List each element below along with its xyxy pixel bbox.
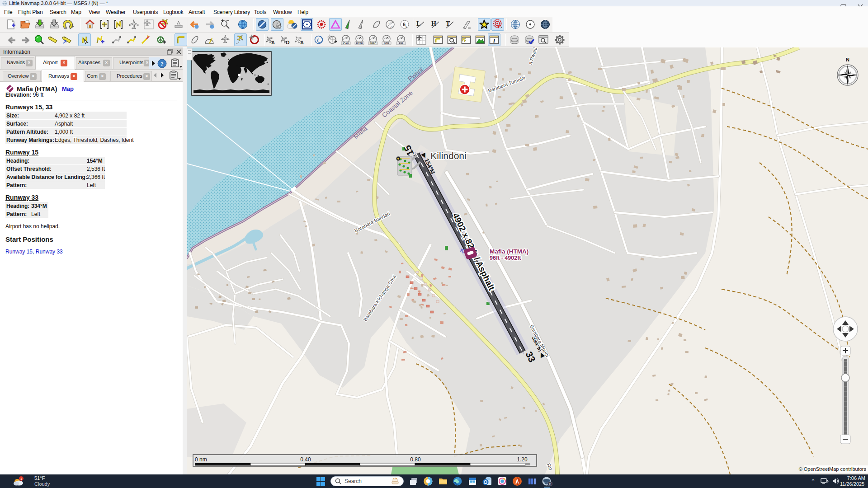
- svg-text:64: 64: [549, 483, 552, 485]
- svg-text:T: T: [446, 20, 450, 27]
- svg-text:L: L: [416, 20, 420, 27]
- svg-text:0 nm: 0 nm: [195, 456, 207, 463]
- svg-text:O: O: [286, 40, 290, 45]
- svg-text:I: I: [492, 37, 495, 44]
- svg-text:0.80: 0.80: [410, 456, 421, 463]
- svg-text:1.20: 1.20: [517, 456, 528, 463]
- svg-text:24: 24: [390, 25, 393, 28]
- svg-text:N: N: [846, 57, 849, 62]
- svg-text:SPEC: SPEC: [370, 42, 377, 45]
- svg-text:OTR: OTR: [384, 42, 389, 45]
- svg-text:Mafia (HTMA): Mafia (HTMA): [490, 248, 528, 255]
- svg-text:RSTR: RSTR: [356, 42, 363, 45]
- svg-text:96ft - 4902ft: 96ft - 4902ft: [490, 255, 521, 261]
- svg-text:s: s: [406, 24, 407, 28]
- svg-text:A: A: [300, 40, 304, 45]
- svg-text:12: 12: [388, 21, 391, 24]
- svg-text:FIR: FIR: [399, 42, 403, 45]
- svg-text:?: ?: [160, 61, 164, 67]
- svg-text:A: A: [271, 40, 275, 45]
- svg-text:© OpenStreetMap contributors: © OpenStreetMap contributors: [799, 466, 867, 472]
- svg-text:0.40: 0.40: [300, 456, 311, 463]
- svg-text:Kilindoni: Kilindoni: [430, 150, 466, 161]
- svg-text:ICAO: ICAO: [343, 42, 349, 45]
- svg-text:1: 1: [20, 477, 22, 481]
